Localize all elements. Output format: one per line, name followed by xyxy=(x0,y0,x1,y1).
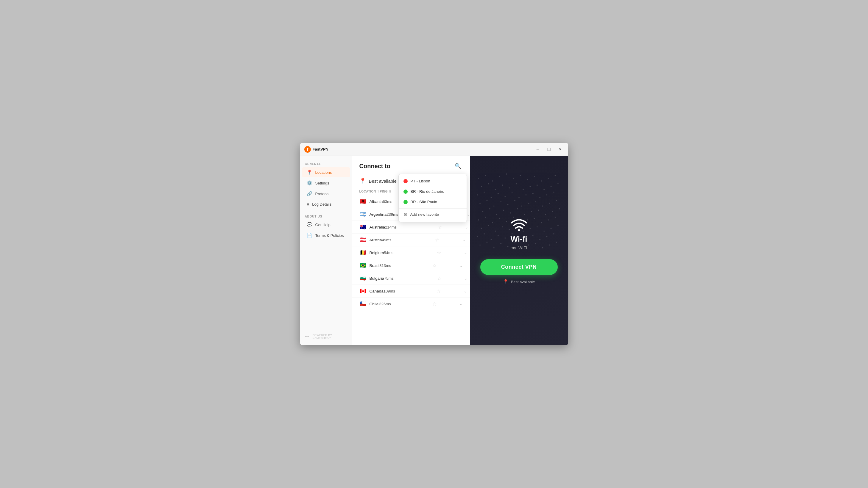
flag-icon: 🇨🇱 xyxy=(360,300,367,307)
svg-point-32 xyxy=(511,192,513,193)
location-name: 🇨🇱 Chile xyxy=(360,300,379,307)
locations-icon: 📍 xyxy=(307,170,312,175)
connect-to-value: Best available xyxy=(511,280,535,284)
flag-icon: 🇧🇬 xyxy=(360,275,367,282)
add-favorite-label: Add new favorite xyxy=(410,212,439,217)
svg-point-103 xyxy=(507,246,508,247)
sidebar-item-locations[interactable]: 📍 Locations xyxy=(302,167,350,177)
ping-value: 326ms xyxy=(379,302,415,306)
minimize-button[interactable]: − xyxy=(534,146,541,153)
protocol-icon: 🔗 xyxy=(307,191,312,196)
sidebar-about-label: ABOUT US xyxy=(300,213,352,219)
favorites-submenu-item[interactable]: BR - Rio de Janeiro xyxy=(399,186,467,197)
add-favorite-item[interactable]: ⊕ Add new favorite xyxy=(399,208,467,220)
svg-point-11 xyxy=(534,176,535,177)
close-button[interactable]: × xyxy=(557,146,564,153)
svg-point-102 xyxy=(500,243,501,244)
ping-value: 214ms xyxy=(385,225,421,229)
svg-point-86 xyxy=(557,225,559,226)
ping-value: 49ms xyxy=(382,238,418,242)
svg-point-82 xyxy=(529,228,531,229)
svg-point-26 xyxy=(557,183,559,185)
locations-header: Connect to 🔍 xyxy=(352,156,470,174)
svg-point-36 xyxy=(539,197,540,198)
svg-point-55 xyxy=(510,213,511,214)
pin-icon: 📍 xyxy=(360,177,366,184)
svg-point-107 xyxy=(535,243,536,244)
svg-point-85 xyxy=(550,228,552,229)
svg-point-35 xyxy=(532,193,533,194)
favorite-star[interactable]: ☆ xyxy=(432,263,437,268)
svg-point-40 xyxy=(486,200,488,201)
table-row[interactable]: 🇦🇹 Austria 49ms ☆ ⌄ xyxy=(352,234,470,247)
svg-point-62 xyxy=(559,208,560,209)
expand-chevron[interactable]: ⌄ xyxy=(467,212,470,217)
table-row[interactable]: 🇧🇬 Bulgaria 75ms ☆ ⌄ xyxy=(352,272,470,285)
svg-point-99 xyxy=(479,244,480,246)
favorite-star[interactable]: ☆ xyxy=(432,301,437,307)
svg-point-108 xyxy=(542,247,543,249)
table-row[interactable]: 🇧🇪 Belgium 54ms ☆ ⌄ xyxy=(352,247,470,259)
favorites-submenu-item[interactable]: BR - São Paulo xyxy=(399,197,467,207)
svg-point-67 xyxy=(506,221,507,222)
location-name: 🇦🇹 Austria xyxy=(360,236,382,243)
sidebar-item-protocol[interactable]: 🔗 Protocol xyxy=(302,189,350,199)
sidebar-general-label: GENERAL xyxy=(300,160,352,167)
location-name: 🇧🇬 Bulgaria xyxy=(360,275,384,282)
svg-point-74 xyxy=(554,217,556,218)
svg-point-25 xyxy=(550,186,552,187)
table-row[interactable]: 🇦🇺 Australia 214ms ☆ ⌄ xyxy=(352,221,470,234)
favorites-submenu-item[interactable]: PT - Lisbon xyxy=(399,176,467,186)
svg-point-5 xyxy=(492,180,493,182)
table-row[interactable]: 🇧🇷 Brazil 313ms ☆ ⌄ xyxy=(352,259,470,272)
svg-point-89 xyxy=(490,239,492,240)
svg-point-49 xyxy=(549,203,550,204)
svg-point-31 xyxy=(504,196,506,197)
expand-chevron[interactable]: ⌄ xyxy=(464,289,467,293)
expand-chevron[interactable]: ⌄ xyxy=(464,276,467,281)
settings-icon: ⚙️ xyxy=(307,180,312,186)
search-button[interactable]: 🔍 xyxy=(453,161,463,171)
svg-point-21 xyxy=(523,189,524,190)
sort-arrows-ping[interactable]: ⇅ xyxy=(389,190,392,193)
favorites-item-label: BR - Rio de Janeiro xyxy=(411,189,444,194)
svg-point-71 xyxy=(534,218,535,219)
svg-point-44 xyxy=(514,200,516,201)
favorite-star[interactable]: ☆ xyxy=(437,275,441,281)
svg-point-61 xyxy=(552,211,553,212)
ping-value: 75ms xyxy=(384,276,420,281)
expand-chevron[interactable]: ⌄ xyxy=(460,263,463,268)
flag-icon: 🇧🇷 xyxy=(360,262,367,269)
expand-chevron[interactable]: ⌄ xyxy=(462,238,465,242)
svg-point-57 xyxy=(524,214,525,215)
svg-point-109 xyxy=(549,244,550,246)
expand-chevron[interactable]: ⌄ xyxy=(464,251,467,255)
ping-value: 313ms xyxy=(379,263,415,268)
svg-rect-1 xyxy=(306,336,307,337)
svg-point-56 xyxy=(517,208,518,209)
favorite-star[interactable]: ☆ xyxy=(435,237,439,243)
powered-by-label: POWERED BY NAMECHEAP xyxy=(312,333,347,339)
expand-chevron[interactable]: ⌄ xyxy=(460,302,463,306)
sidebar-item-log-details[interactable]: ≡ Log Details xyxy=(302,199,350,209)
sidebar-item-label: Log Details xyxy=(312,202,332,206)
sort-arrows-location[interactable]: ⇅ xyxy=(377,190,380,193)
expand-chevron[interactable]: ⌄ xyxy=(465,225,468,229)
sidebar-item-settings[interactable]: ⚙️ Settings xyxy=(302,178,350,188)
svg-point-38 xyxy=(553,192,554,193)
svg-rect-0 xyxy=(305,336,306,337)
favorite-star[interactable]: ☆ xyxy=(438,224,442,230)
table-row[interactable]: 🇨🇱 Chile 326ms ☆ ⌄ xyxy=(352,298,470,311)
app-logo-icon xyxy=(304,146,311,153)
sidebar-item-label: Protocol xyxy=(315,192,330,196)
sidebar-item-get-help[interactable]: 💬 Get Help xyxy=(302,220,350,230)
svg-point-12 xyxy=(540,180,541,182)
sidebar-item-terms[interactable]: 📄 Terms & Policies xyxy=(302,230,350,240)
maximize-button[interactable]: □ xyxy=(546,146,553,153)
ping-value: 109ms xyxy=(383,289,419,293)
table-row[interactable]: 🇨🇦 Canada 109ms ☆ ⌄ xyxy=(352,285,470,298)
connect-vpn-button[interactable]: Connect VPN xyxy=(480,259,558,275)
favorite-star[interactable]: ☆ xyxy=(437,288,441,294)
app-title: FastVPN xyxy=(313,147,329,152)
favorite-star[interactable]: ☆ xyxy=(437,250,441,256)
